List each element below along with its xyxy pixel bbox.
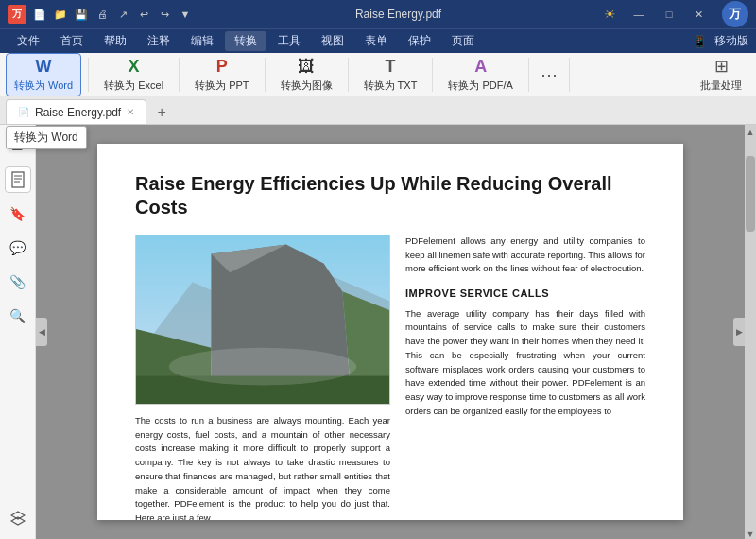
left-chevron-icon: ◀: [39, 327, 45, 337]
ppt-icon: P: [216, 57, 228, 77]
toolbar: W 转换为 Word X 转换为 Excel P 转换为 PPT 🖼 转换为图像…: [0, 53, 756, 96]
word-icon: W: [36, 57, 52, 77]
menu-convert[interactable]: 转换: [225, 31, 266, 51]
left-sidebar: ☰ 🔖 💬 📎 🔍: [0, 125, 36, 539]
minimize-button[interactable]: —: [626, 4, 652, 25]
tabs-bar: 📄 Raise Energy.pdf ✕ 转换为 Word +: [0, 96, 756, 125]
convert-txt-button[interactable]: T 转换为 TXT: [355, 53, 426, 96]
convert-image-button[interactable]: 🖼 转换为图像: [272, 53, 341, 96]
image-icon: 🖼: [298, 57, 315, 77]
menu-tools[interactable]: 工具: [268, 31, 310, 51]
maximize-button[interactable]: □: [656, 4, 682, 25]
pdf-page: Raise Energy Efficiencies Up While Reduc…: [97, 144, 683, 520]
pdfa-icon: A: [474, 57, 487, 77]
menu-view[interactable]: 视图: [312, 31, 353, 51]
sidebar-tool-bookmarks[interactable]: 🔖: [5, 200, 31, 227]
pdf-heading: Raise Energy Efficiencies Up While Reduc…: [135, 172, 645, 219]
pdf-right-para2: The average utility company has their da…: [405, 307, 645, 419]
pdf-image: [135, 235, 390, 405]
image-label: 转换为图像: [281, 78, 333, 93]
menu-home[interactable]: 首页: [51, 31, 93, 51]
menu-edit[interactable]: 编辑: [181, 31, 223, 51]
pdf-tab-icon: 📄: [18, 107, 29, 117]
right-scrollbar[interactable]: ▲ ▼: [745, 125, 756, 539]
menu-page[interactable]: 页面: [442, 31, 484, 51]
right-chevron-icon: ▶: [736, 327, 743, 337]
txt-icon: T: [385, 57, 395, 77]
txt-label: 转换为 TXT: [364, 78, 418, 93]
theme-icon[interactable]: ☀: [604, 7, 616, 22]
menu-annotate[interactable]: 注释: [138, 31, 180, 51]
print-icon: 🖨: [94, 7, 110, 22]
separator-1: [88, 58, 89, 92]
separator-6: [528, 58, 529, 92]
tab-container: 📄 Raise Energy.pdf ✕ 转换为 Word: [6, 99, 146, 124]
separator-4: [348, 58, 349, 92]
menu-help[interactable]: 帮助: [94, 31, 136, 51]
more-icon: ⋯: [541, 64, 558, 85]
new-tab-button[interactable]: +: [150, 101, 173, 124]
separator-2: [179, 58, 180, 92]
word-label: 转换为 Word: [14, 78, 73, 93]
sidebar-tool-attachments[interactable]: 📎: [5, 269, 31, 295]
convert-pdfa-button[interactable]: A 转换为 PDF/A: [439, 53, 521, 96]
excel-label: 转换为 Excel: [104, 78, 163, 93]
pdf-section-title: IMPROVE SERVICE CALLS: [405, 286, 645, 302]
window-title: Raise Energy.pdf: [355, 8, 441, 21]
title-bar: 万 📄 📁 💾 🖨 ↗ ↩ ↪ ▼ Raise Energy.pdf ☀ — □…: [0, 0, 756, 28]
dropdown-icon[interactable]: ▼: [178, 7, 193, 22]
batch-label: 批量处理: [700, 78, 742, 93]
main-area: ☰ 🔖 💬 📎 🔍 ◀ Raise Energy Efficiencies Up…: [0, 125, 756, 539]
ppt-label: 转换为 PPT: [195, 78, 249, 93]
pdf-two-col: The costs to run a business are always m…: [135, 235, 645, 520]
pdf-body-text: The costs to run a business are always m…: [135, 414, 390, 520]
convert-word-button[interactable]: W 转换为 Word: [6, 53, 81, 96]
user-avatar[interactable]: 万: [722, 1, 748, 27]
tab-tooltip: 转换为 Word: [6, 126, 87, 149]
convert-excel-button[interactable]: X 转换为 Excel: [95, 53, 172, 96]
sidebar-tool-search[interactable]: 🔍: [5, 303, 31, 329]
sidebar-tool-layers[interactable]: [5, 505, 31, 531]
svg-point-13: [169, 348, 357, 386]
pdfa-label: 转换为 PDF/A: [448, 78, 512, 93]
pdf-content-area: Raise Energy Efficiencies Up While Reduc…: [36, 125, 745, 539]
pdf-right-para1: PDFelement allows any energy and utility…: [405, 235, 645, 276]
batch-icon: ⊞: [714, 56, 729, 77]
folder-icon: 📁: [53, 7, 68, 22]
menu-bar: 文件 首页 帮助 注释 编辑 转换 工具 视图 表单 保护 页面 📱 移动版: [0, 28, 756, 53]
pdf-right-column: PDFelement allows any energy and utility…: [405, 235, 645, 520]
menu-right: 📱 移动版: [693, 33, 748, 49]
mobile-label: 移动版: [714, 33, 748, 49]
menu-file[interactable]: 文件: [8, 31, 49, 51]
window-controls: — □ ✕: [626, 4, 713, 25]
scrollbar-thumb[interactable]: [746, 156, 755, 232]
left-collapse-handle[interactable]: ◀: [36, 318, 47, 346]
save-icon: 💾: [74, 7, 89, 22]
tab-label: Raise Energy.pdf: [35, 106, 121, 119]
svg-marker-5: [11, 517, 25, 525]
separator-7: [569, 58, 570, 92]
scroll-down-button[interactable]: ▼: [747, 530, 755, 539]
tab-close-button[interactable]: ✕: [127, 107, 134, 117]
convert-ppt-button[interactable]: P 转换为 PPT: [186, 53, 257, 96]
separator-3: [265, 58, 266, 92]
svg-rect-0: [12, 172, 24, 187]
undo-icon[interactable]: ↩: [136, 7, 151, 22]
excel-icon: X: [129, 57, 140, 77]
mobile-icon: 📱: [693, 35, 707, 48]
close-button[interactable]: ✕: [686, 4, 713, 25]
menu-protect[interactable]: 保护: [399, 31, 440, 51]
batch-button[interactable]: ⊞ 批量处理: [692, 52, 750, 96]
right-collapse-handle[interactable]: ▶: [733, 318, 745, 346]
app-logo: 万: [8, 5, 26, 24]
separator-5: [432, 58, 433, 92]
sidebar-tool-comments[interactable]: 💬: [5, 235, 31, 261]
menu-form[interactable]: 表单: [355, 31, 397, 51]
sidebar-tool-thumbnails[interactable]: [5, 166, 31, 193]
redo-icon[interactable]: ↪: [157, 7, 172, 22]
scroll-up-button[interactable]: ▲: [747, 128, 755, 137]
tab-raise-energy[interactable]: 📄 Raise Energy.pdf ✕: [6, 99, 146, 124]
title-bar-icons: 📄 📁 💾 🖨 ↗ ↩ ↪ ▼: [32, 7, 193, 22]
more-button[interactable]: ⋯: [536, 58, 562, 92]
title-bar-left: 万 📄 📁 💾 🖨 ↗ ↩ ↪ ▼: [8, 5, 193, 24]
